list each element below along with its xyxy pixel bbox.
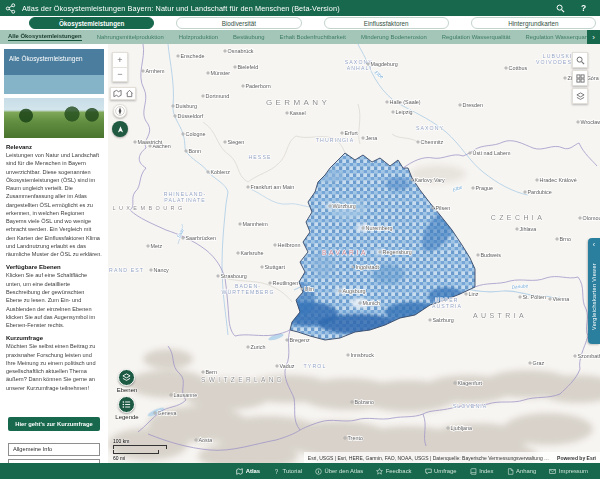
map-city-label: Ulm [305, 286, 315, 292]
map-city-dot [536, 179, 538, 181]
locate-arrow-icon [116, 125, 125, 134]
nav-tab-biodiversit-t[interactable]: Biodiversität [176, 17, 301, 29]
zoom-in-button[interactable]: + [113, 53, 127, 68]
footer-tab-impressum[interactable]: Impressum [549, 468, 588, 475]
map-city-label: Graz [533, 360, 545, 366]
map-city-label: Osnabrück [228, 48, 254, 54]
map-city-label: Trento [348, 435, 363, 441]
map-city-label: Maastricht [138, 139, 163, 145]
map-city-label: Innsbruck [351, 352, 375, 358]
footer-tab-label: Atlas [246, 468, 260, 474]
footer-tab-index[interactable]: Index [470, 468, 494, 475]
nav-tab-kosystemleistungen[interactable]: Ökosystemleistungen [29, 17, 154, 29]
map-region-label: RHINELAND-PALATINATE [164, 191, 207, 203]
map-city-label: Leipzig [396, 109, 413, 115]
sidebar-section-verf-gbare-ebenen: Verfügbare EbenenKlicken Sie auf eine Sc… [6, 264, 102, 329]
page-title: Atlas der Ökosystemleistungen Bayern: Na… [22, 4, 340, 13]
sidebar-section-kurzumfrage: KurzumfrageMöchten Sie selbst einen Beit… [6, 335, 102, 392]
map-city-label: Wrocław [581, 119, 600, 125]
footer-tab-atlas[interactable]: Atlas [236, 468, 260, 475]
subnav-tab-nahrungsmittelproduktion[interactable]: Nahrungsmittelproduktion [97, 34, 164, 40]
app-logo-icon [5, 3, 16, 14]
map-city-dot [519, 296, 521, 298]
map-city-label: Münster [211, 70, 231, 76]
chat-icon [425, 468, 432, 475]
map-city-label: Koblenz [211, 169, 231, 175]
map-city-label: Nuremberg [366, 225, 393, 231]
map-city-label: Arnhem [146, 68, 165, 74]
map-city-dot [505, 67, 507, 69]
footer-tab-label: Feedback [386, 468, 412, 474]
map-city-dot [454, 382, 456, 384]
section-heading: Verfügbare Ebenen [6, 264, 102, 270]
map-city-dot [469, 152, 471, 154]
layers-icon [122, 373, 131, 382]
map-city-dot [234, 66, 236, 68]
footer-tab-tutorial[interactable]: ?Tutorial [273, 468, 302, 475]
zoom-out-button[interactable]: − [113, 68, 127, 82]
sidebar-link-allgemeine-info[interactable]: Allgemeine Info [8, 443, 100, 456]
search-icon[interactable] [556, 4, 565, 13]
subnav-tab-best-ubung[interactable]: Bestäubung [233, 34, 264, 40]
map-bavaria-label: BAVARIA [322, 249, 368, 256]
layer-list-button[interactable] [572, 88, 588, 104]
map-city-dot [269, 282, 271, 284]
map-city-dot [379, 251, 381, 253]
subnav-tab-regulation-wasserqualit-t[interactable]: Regulation Wasserqualität [442, 34, 511, 40]
subnav-tab-minderung-bodenerosion[interactable]: Minderung Bodenerosion [361, 34, 427, 40]
map-city-label: Munich [363, 300, 380, 306]
page-icon [507, 468, 514, 475]
footer-tab-umfrage[interactable]: Umfrage [425, 468, 457, 475]
map-city-label: Olomouc [583, 215, 600, 221]
svg-text:?: ? [275, 468, 279, 475]
info-icon [315, 468, 322, 475]
map-city-dot [224, 50, 226, 52]
map-canvas[interactable]: GERMANYCZECHIAAUSTRIASWITZERLANDLUXEMBOU… [108, 44, 600, 463]
map-city-label: Pilsen [436, 205, 451, 211]
subnav-tab-erhalt-bodenfruchtbarkeit[interactable]: Erhalt Bodenfruchtbarkeit [280, 34, 346, 40]
layers-button[interactable] [118, 369, 135, 386]
map-city-dot [386, 101, 388, 103]
nav-tab-hintergrundkarten[interactable]: Hintergrundkarten [471, 17, 596, 29]
map-city-label: Lausanne [174, 392, 198, 398]
subnav-tab-alle-kosystemleistungen[interactable]: Alle Ökosystemleistungen [8, 33, 82, 41]
subnav-more-arrow-button[interactable]: › [587, 30, 600, 44]
locate-button[interactable] [112, 121, 128, 137]
home-extent-button[interactable] [110, 87, 136, 100]
survey-button[interactable]: Hier geht's zur Kurzumfrage [8, 417, 100, 431]
map-city-dot [344, 437, 346, 439]
map-city-dot [242, 85, 244, 87]
map-city-dot [367, 63, 369, 65]
map-city-label: Strasbourg [221, 273, 247, 279]
map-city-dot [170, 394, 172, 396]
map-city-label: Frankfurt am Main [251, 184, 295, 190]
map-city-label: Aosta [199, 437, 213, 443]
map-city-label: Bregenz [290, 337, 310, 343]
map-city-dot [447, 427, 449, 429]
compass-button[interactable] [113, 104, 127, 118]
map-city-dot [276, 365, 278, 367]
map-city-dot [392, 111, 394, 113]
help-icon[interactable]: ? [579, 4, 588, 13]
map-city-label: Kassel [290, 110, 306, 116]
map-city-dot [459, 104, 461, 106]
powered-by-esri: Powered by Esri [557, 455, 596, 461]
map-city-label: Regensburg [383, 249, 412, 255]
footer-tab-feedback[interactable]: Feedback [376, 468, 411, 475]
subnav-tab-holzproduktion[interactable]: Holzproduktion [179, 34, 218, 40]
nav-tab-einflussfaktoren[interactable]: Einflussfaktoren [324, 17, 449, 29]
map-region-label: HESSE [248, 154, 271, 160]
map-city-label: Linz [469, 291, 479, 297]
map-city-dot [207, 72, 209, 74]
map-city-label: Mannheim [243, 221, 269, 227]
footer-tab-ber-den-atlas[interactable]: Über den Atlas [315, 468, 363, 475]
map-city-dot [195, 439, 197, 441]
map-city-label: Duisburg [176, 103, 198, 109]
compare-viewer-tab[interactable]: ‹ Vergleichskarten Viewer [588, 238, 600, 344]
footer-tab-label: Impressum [559, 468, 588, 474]
legend-button[interactable] [118, 396, 135, 413]
footer-tab-anhang[interactable]: Anhang [507, 468, 537, 475]
map-city-label: Szombathely [578, 353, 600, 359]
basemap-gallery-button[interactable] [572, 70, 588, 86]
map-search-button[interactable] [572, 52, 588, 68]
